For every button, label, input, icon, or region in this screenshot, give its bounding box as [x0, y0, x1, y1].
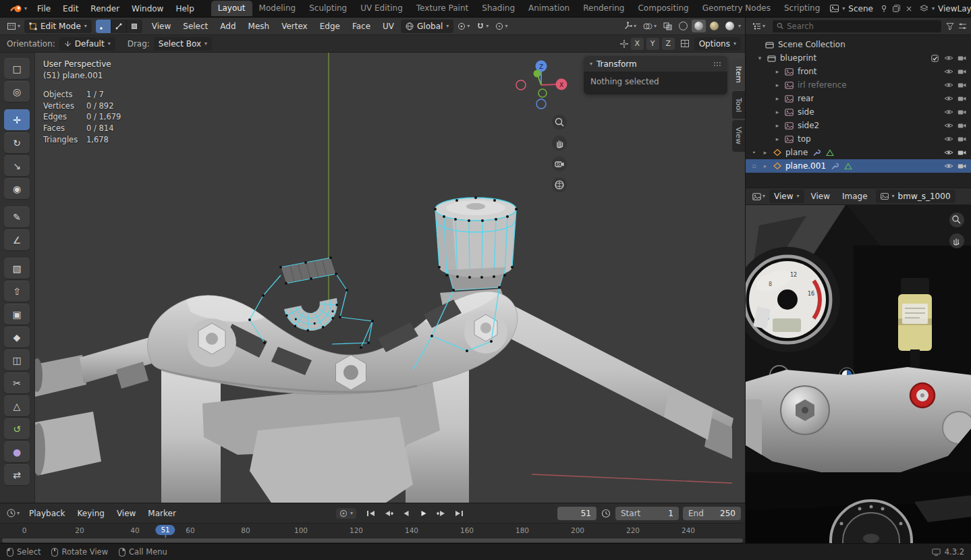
timeline-menu-view[interactable]: View: [111, 507, 141, 520]
tool-rotate[interactable]: ↻: [4, 132, 30, 153]
hide-eye-icon[interactable]: [943, 53, 953, 63]
outliner-row-scene-collection[interactable]: Scene Collection: [746, 38, 971, 51]
timeline-menu-playback[interactable]: Playback: [24, 507, 71, 520]
viewport-menu-uv[interactable]: UV: [377, 20, 399, 33]
sidebar-tab-view[interactable]: View: [732, 120, 745, 151]
shading-material-button[interactable]: [707, 20, 721, 32]
timeline-editor-type-button[interactable]: ▾: [4, 507, 22, 519]
timeline-menu-marker[interactable]: Marker: [142, 507, 181, 520]
gizmo-z-neg-axis[interactable]: [536, 99, 546, 109]
tool-annotate[interactable]: ✎: [4, 206, 30, 227]
auto-keying-toggle[interactable]: ▾: [336, 508, 356, 519]
outliner-search[interactable]: [773, 20, 941, 32]
pivot-point-button[interactable]: ▾: [455, 21, 472, 32]
disable-camera-icon[interactable]: [957, 53, 967, 63]
viewlayer-selector[interactable]: ▾ ViewLayer: [916, 3, 971, 15]
workspace-tab-geometry-nodes[interactable]: Geometry Nodes: [696, 1, 777, 16]
menu-edit[interactable]: Edit: [57, 2, 84, 16]
tool-cursor[interactable]: ◎: [4, 81, 30, 102]
outliner-item-side[interactable]: ▸ side: [746, 105, 971, 119]
gizmo-y-neg-axis[interactable]: [538, 89, 547, 97]
panel-drag-grip[interactable]: [713, 61, 721, 67]
proportional-edit-button[interactable]: ▾: [493, 21, 510, 32]
mode-selector[interactable]: Edit Mode ▾: [24, 20, 92, 33]
workspace-tab-compositing[interactable]: Compositing: [631, 1, 695, 16]
disclosure-icon[interactable]: ▸: [762, 149, 769, 156]
viewport-menu-vertex[interactable]: Vertex: [276, 20, 313, 33]
edge-select-button[interactable]: [111, 20, 127, 33]
camera-view-icon[interactable]: [552, 157, 567, 171]
tool-spin[interactable]: ↺: [4, 418, 30, 439]
tool-move[interactable]: ✛: [4, 109, 30, 130]
outliner-editor-type-button[interactable]: ▾: [750, 21, 768, 32]
tool-scale[interactable]: ↘: [4, 155, 30, 176]
jump-to-start-button[interactable]: [363, 507, 379, 520]
gizmo-x-neg-axis[interactable]: [516, 80, 526, 90]
scene-selector[interactable]: ▾ Scene: [827, 3, 877, 15]
hide-eye-icon[interactable]: [943, 148, 953, 157]
disable-camera-icon[interactable]: [957, 161, 967, 171]
menu-window[interactable]: Window: [126, 2, 169, 16]
outliner-row-blueprint[interactable]: ▾ blueprint: [746, 51, 971, 65]
tool-inset-faces[interactable]: ▣: [4, 304, 30, 325]
sidebar-tab-item[interactable]: Item: [732, 59, 745, 90]
timeline-menu-keying[interactable]: Keying: [72, 507, 110, 520]
jump-to-end-button[interactable]: [451, 507, 467, 520]
outliner-object-plane[interactable]: • ▸ plane: [746, 146, 971, 159]
workspace-tab-sculpting[interactable]: Sculpting: [302, 1, 354, 16]
outliner-item-rear[interactable]: ▸ rear: [746, 92, 971, 105]
tool-bevel[interactable]: ◆: [4, 327, 30, 347]
viewport-menu-face[interactable]: Face: [347, 20, 376, 33]
tool-smooth[interactable]: ●: [4, 441, 30, 462]
viewport-menu-view[interactable]: View: [146, 20, 176, 33]
checkbox-icon[interactable]: [930, 53, 940, 63]
unlink-scene-icon[interactable]: ×: [904, 4, 914, 13]
axis-button-x[interactable]: X: [631, 38, 644, 50]
menu-file[interactable]: File: [31, 2, 57, 16]
menu-help[interactable]: Help: [169, 2, 200, 16]
workspace-tab-scripting[interactable]: Scripting: [777, 1, 827, 16]
disable-camera-icon[interactable]: [957, 148, 967, 157]
image-editor-menu-view[interactable]: View: [806, 190, 835, 203]
new-scene-icon[interactable]: [891, 5, 901, 12]
disclosure-icon[interactable]: ▾: [756, 55, 763, 61]
image-editor-menu-image[interactable]: Image: [837, 190, 873, 203]
filter-options-icon[interactable]: [958, 22, 967, 30]
hide-eye-icon[interactable]: [943, 80, 953, 90]
outliner-panel[interactable]: Scene Collection ▾ blueprint ▸: [745, 35, 971, 188]
disclosure-icon[interactable]: ▸: [774, 68, 781, 75]
prev-keyframe-button[interactable]: [381, 507, 397, 520]
hide-eye-icon[interactable]: [943, 107, 953, 117]
image-editor-canvas[interactable]: 481216: [745, 205, 971, 543]
editor-type-button[interactable]: ▾: [4, 20, 23, 32]
show-overlays-button[interactable]: ▾: [640, 21, 659, 32]
gizmo-y-axis[interactable]: [534, 70, 541, 78]
workspace-tab-texture-paint[interactable]: Texture Paint: [410, 1, 475, 16]
workspace-tab-uv-editing[interactable]: UV Editing: [354, 1, 410, 16]
next-keyframe-button[interactable]: [433, 507, 449, 520]
image-mode-selector[interactable]: View▾: [769, 190, 804, 203]
image-editor-type-button[interactable]: ▾: [750, 192, 768, 202]
outliner-item-front[interactable]: ▸ front: [746, 65, 971, 78]
viewport-3d[interactable]: User Perspective (51) plane.001 Objects …: [35, 53, 745, 503]
disclosure-icon[interactable]: ▸: [774, 82, 781, 88]
menu-render[interactable]: Render: [84, 2, 126, 16]
transform-orientation-selector[interactable]: Global ▾: [401, 20, 453, 33]
tool-select-box[interactable]: □: [4, 58, 30, 79]
workspace-tab-layout[interactable]: Layout: [211, 1, 252, 16]
outliner-item-side2[interactable]: ▸ side2: [746, 119, 971, 132]
modifier-wrench-icon[interactable]: [829, 161, 839, 171]
drag-dropdown[interactable]: Select Box ▾: [154, 37, 212, 51]
axis-button-z[interactable]: Z: [662, 38, 675, 50]
hide-eye-icon[interactable]: [943, 121, 953, 130]
xray-toggle-button[interactable]: [661, 21, 675, 32]
workspace-tab-shading[interactable]: Shading: [475, 1, 522, 16]
start-frame-field[interactable]: Start 1: [615, 507, 679, 520]
viewport-menu-edge[interactable]: Edge: [314, 20, 345, 33]
disable-camera-icon[interactable]: [957, 94, 967, 103]
mesh-data-icon[interactable]: [843, 161, 853, 171]
perspective-toggle-icon[interactable]: [552, 177, 567, 192]
mesh-data-icon[interactable]: [825, 148, 835, 157]
workspace-tab-modeling[interactable]: Modeling: [252, 1, 303, 16]
filter-funnel-icon[interactable]: [946, 22, 954, 30]
